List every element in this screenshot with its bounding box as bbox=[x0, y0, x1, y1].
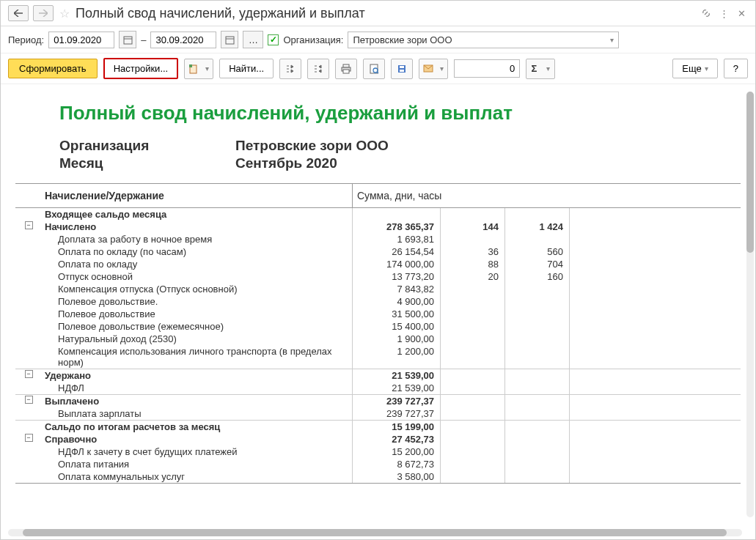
tree-cell bbox=[15, 421, 42, 433]
table-row: Полевое довольствие.4 900,00 bbox=[15, 295, 741, 308]
tree-collapse-toggle[interactable]: − bbox=[25, 396, 33, 404]
preview-button[interactable] bbox=[363, 59, 385, 79]
tree-cell: − bbox=[15, 369, 42, 382]
tree-cell bbox=[15, 208, 42, 221]
row-name: Полевое довольствие (ежемесячное) bbox=[42, 320, 353, 333]
link-icon[interactable] bbox=[700, 7, 713, 20]
table-header-name: Начисление/Удержание bbox=[15, 184, 353, 207]
org-select[interactable]: Петровские зори ООО ▾ bbox=[348, 32, 619, 48]
find-button[interactable]: Найти... bbox=[219, 59, 274, 78]
vertical-scrollbar[interactable] bbox=[746, 92, 754, 517]
table-row: Сальдо по итогам расчетов за месяц15 199… bbox=[15, 420, 741, 433]
tree-cell bbox=[15, 445, 42, 458]
row-hours bbox=[505, 333, 570, 345]
row-name: Выплата зарплаты bbox=[42, 407, 353, 420]
row-name: Полевое довольствие bbox=[42, 308, 353, 320]
row-hours bbox=[505, 283, 570, 295]
count-input[interactable] bbox=[454, 59, 520, 78]
settings-button[interactable]: Настройки... bbox=[103, 58, 179, 79]
nav-back-button[interactable] bbox=[8, 5, 29, 21]
table-row: −Удержано21 539,00 bbox=[15, 369, 741, 382]
horizontal-scrollbar-thumb[interactable] bbox=[23, 529, 727, 536]
row-days bbox=[441, 345, 505, 369]
variants-button[interactable]: ▾ bbox=[184, 59, 213, 79]
row-hours bbox=[505, 458, 570, 470]
save-button[interactable] bbox=[391, 59, 413, 79]
row-name: Удержано bbox=[42, 369, 353, 382]
row-days bbox=[441, 283, 505, 295]
tree-cell bbox=[15, 283, 42, 295]
row-days bbox=[441, 445, 505, 458]
row-name: Выплачено bbox=[42, 395, 353, 407]
tree-cell bbox=[15, 270, 42, 283]
tree-cell bbox=[15, 458, 42, 470]
report-month-value: Сентябрь 2020 bbox=[235, 155, 337, 171]
row-sum: 7 843,82 bbox=[353, 283, 441, 295]
nav-forward-button[interactable] bbox=[33, 5, 54, 21]
row-sum: 13 773,20 bbox=[353, 270, 441, 283]
horizontal-scrollbar[interactable] bbox=[8, 529, 742, 536]
period-picker-button[interactable]: … bbox=[243, 31, 263, 48]
expand-all-button[interactable] bbox=[279, 59, 301, 79]
period-to-calendar-button[interactable] bbox=[221, 31, 238, 48]
row-days bbox=[441, 421, 505, 433]
table-row: Компенсация отпуска (Отпуск основной)7 8… bbox=[15, 283, 741, 295]
period-dash: – bbox=[141, 34, 146, 45]
period-to-input[interactable] bbox=[150, 32, 216, 48]
row-sum: 239 727,37 bbox=[353, 407, 441, 420]
period-from-input[interactable] bbox=[48, 32, 114, 48]
org-select-value: Петровские зори ООО bbox=[353, 34, 452, 45]
favorite-star-icon[interactable]: ☆ bbox=[59, 7, 70, 21]
row-days bbox=[441, 382, 505, 394]
report-table: Начисление/Удержание Сумма, дни, часы Вх… bbox=[15, 183, 741, 484]
row-sum: 1 900,00 bbox=[353, 333, 441, 345]
row-days bbox=[441, 320, 505, 333]
svg-rect-13 bbox=[400, 66, 404, 68]
row-days bbox=[441, 407, 505, 420]
sum-button[interactable]: Σ▾ bbox=[526, 59, 555, 79]
print-button[interactable] bbox=[335, 59, 357, 79]
kebab-menu-icon[interactable]: ⋮ bbox=[717, 7, 730, 20]
row-name: Входящее сальдо месяца bbox=[42, 208, 353, 221]
row-hours: 704 bbox=[505, 258, 570, 270]
row-sum: 31 500,00 bbox=[353, 308, 441, 320]
row-name: Оплата коммунальных услуг bbox=[42, 470, 353, 483]
period-from-calendar-button[interactable] bbox=[119, 31, 136, 48]
report-month-row: Месяц Сентябрь 2020 bbox=[59, 155, 741, 171]
help-button[interactable]: ? bbox=[724, 59, 748, 78]
table-row: Полевое довольствие (ежемесячное)15 400,… bbox=[15, 320, 741, 333]
tree-collapse-toggle[interactable]: − bbox=[25, 434, 33, 442]
row-sum: 27 452,73 bbox=[353, 433, 441, 445]
svg-rect-2 bbox=[226, 37, 234, 44]
generate-button[interactable]: Сформировать bbox=[8, 59, 98, 78]
tree-cell bbox=[15, 308, 42, 320]
row-hours bbox=[505, 433, 570, 445]
org-label: Организация: bbox=[283, 34, 343, 45]
tree-cell: − bbox=[15, 433, 42, 445]
row-name: Оплата питания bbox=[42, 458, 353, 470]
row-name: Сальдо по итогам расчетов за месяц bbox=[42, 421, 353, 433]
vertical-scrollbar-thumb[interactable] bbox=[746, 92, 754, 253]
filterbar: Период: – … ✓ Организация: Петровские зо… bbox=[1, 26, 755, 53]
collapse-all-button[interactable] bbox=[307, 59, 329, 79]
org-checkbox[interactable]: ✓ bbox=[268, 34, 279, 45]
close-icon[interactable]: ✕ bbox=[735, 7, 748, 20]
row-sum: 239 727,37 bbox=[353, 395, 441, 407]
titlebar: ☆ Полный свод начислений, удержаний и вы… bbox=[1, 1, 755, 26]
table-row: НДФЛ к зачету в счет будущих платежей15 … bbox=[15, 445, 741, 458]
row-sum: 278 365,37 bbox=[353, 221, 441, 233]
table-row: Оплата по окладу (по часам)26 154,543656… bbox=[15, 245, 741, 258]
row-days bbox=[441, 333, 505, 345]
row-days: 144 bbox=[441, 221, 505, 233]
row-days: 88 bbox=[441, 258, 505, 270]
row-sum bbox=[353, 208, 441, 221]
tree-collapse-toggle[interactable]: − bbox=[25, 221, 33, 229]
row-sum: 15 400,00 bbox=[353, 320, 441, 333]
tree-cell bbox=[15, 295, 42, 308]
more-button[interactable]: Еще▾ bbox=[672, 59, 717, 78]
row-days bbox=[441, 233, 505, 245]
row-sum: 4 900,00 bbox=[353, 295, 441, 308]
send-button[interactable]: ▾ bbox=[419, 59, 448, 79]
row-name: Отпуск основной bbox=[42, 270, 353, 283]
tree-collapse-toggle[interactable]: − bbox=[25, 370, 33, 378]
